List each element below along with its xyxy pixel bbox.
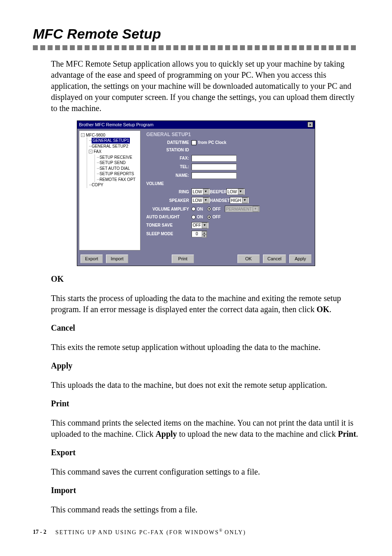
footer-chapter: SETTING UP AND USING PC-FAX (FOR WINDOWS… [55,528,246,537]
titlebar: Brother MFC Remote Setup Program × [77,121,315,129]
ok-paragraph: This starts the process of uploading the… [51,293,359,315]
app-window: Brother MFC Remote Setup Program × -MFC-… [77,120,315,266]
cancel-heading: Cancel [51,322,359,334]
ok-heading: OK [51,273,359,285]
ok-button[interactable]: OK [238,255,260,263]
tree-label: GENERAL SETUP1 [92,138,130,144]
tree-label: SETUP RECEIVE [99,155,132,160]
handset-label: HANDSET [210,198,230,204]
apply-heading: Apply [51,360,359,371]
chevron-down-icon: ▼ [238,189,244,195]
export-button[interactable]: Export [81,255,103,263]
toner-save-label: TONER SAVE [146,222,191,228]
daylight-off-radio[interactable] [207,215,211,219]
print-button[interactable]: Print [172,255,194,263]
tree-fax-remote[interactable]: REMOTE FAX OPT [97,177,139,183]
off-label: OFF [212,206,221,212]
permanent-select: PERMANENT▼ [225,206,260,212]
fax-input[interactable] [191,155,237,162]
cancel-paragraph: This exits the remote setup application … [51,342,359,353]
panel-heading: GENERAL SETUP1 [146,131,311,138]
sleep-value: 0 [192,231,202,237]
close-icon[interactable]: × [307,122,313,127]
auto-daylight-label: AUTO DAYLIGHT [146,214,191,220]
tree-copy[interactable]: COPY [89,182,139,188]
intro-paragraph: The MFC Remote Setup application allows … [51,58,359,114]
tree-fax-send[interactable]: SETUP SEND [97,160,139,166]
tree-label: REMOTE FAX OPT [99,177,136,183]
section-divider [33,45,359,50]
registered-symbol: ® [219,528,222,533]
chevron-down-icon: ▼ [203,189,209,195]
on-label: ON [197,206,203,212]
tree-label: FAX [94,149,101,155]
off-label: OFF [212,214,221,220]
print-heading: Print [51,398,359,409]
tree-pane[interactable]: -MFC-9800 GENERAL SETUP1 GENERAL SETUP2 … [79,130,141,250]
tree-label: GENERAL SETUP2 [92,144,128,149]
ring-value: LOW [193,189,202,195]
import-paragraph: This command reads the settings from a f… [51,504,359,515]
toner-value: OFF [193,222,201,228]
beeper-label: BEEPER [210,189,226,195]
sleep-mode-spinner[interactable]: 0 ▲▼ [191,231,207,237]
text: . [356,429,358,438]
date-time-label: DATE/TIME [146,140,191,146]
pc-clock-checkbox[interactable] [191,140,196,145]
daylight-on-radio[interactable] [191,215,196,219]
chevron-down-icon: ▼ [242,197,248,203]
vol-amp-off-radio[interactable] [207,207,211,211]
tree-fax-autodial[interactable]: SET AUTO DIAL [97,166,139,171]
toner-save-select[interactable]: OFF▼ [191,222,209,229]
permanent-value: PERMANENT [226,206,252,212]
text: . [330,305,332,314]
import-button[interactable]: Import [106,255,128,263]
tree-fax-receive[interactable]: SETUP RECEIVE [97,155,139,160]
tree-fax-reports[interactable]: SETUP REPORTS [97,171,139,177]
fax-label: FAX: [146,155,191,161]
vol-amp-on-radio[interactable] [191,207,196,211]
speaker-label: SPEAKER [146,198,191,204]
tree-label: SETUP REPORTS [99,171,134,177]
speaker-value: LOW [193,198,202,204]
chevron-down-icon: ▼ [202,222,208,228]
sleep-mode-label: SLEEP MODE [146,231,191,237]
bold-ok: OK [316,305,329,314]
export-paragraph: This command saves the current configura… [51,466,359,477]
handset-value: HIGH [231,198,241,204]
tree-general1[interactable]: GENERAL SETUP1 [89,138,139,144]
import-heading: Import [51,485,359,496]
beeper-select[interactable]: LOW▼ [226,188,245,195]
page-number: 17 - 2 [33,528,46,536]
export-heading: Export [51,447,359,458]
settings-pane: GENERAL SETUP1 DATE/TIME from PC Clock S… [142,129,315,252]
speaker-select[interactable]: LOW▼ [191,197,210,204]
chevron-down-icon: ▼ [203,197,209,203]
footer-text: SETTING UP AND USING PC-FAX (FOR WINDOWS [55,529,219,535]
spinner-up-icon[interactable]: ▲ [202,231,207,234]
tel-input[interactable] [191,164,237,170]
tree-label: SET AUTO DIAL [99,166,130,171]
station-id-label: STATION ID [146,147,191,153]
window-title: Brother MFC Remote Setup Program [79,122,154,128]
apply-paragraph: This uploads the data to the machine, bu… [51,380,359,391]
tree-label: SETUP SEND [99,160,126,166]
chevron-down-icon: ▼ [253,206,258,212]
tel-label: TEL: [146,164,191,170]
name-input[interactable] [191,172,237,179]
on-label: ON [197,214,203,220]
bold-print: Print [338,429,356,438]
page-title: MFC Remote Setup [33,25,359,44]
apply-button[interactable]: Apply [289,255,311,263]
tree-fax[interactable]: -FAX [89,149,139,155]
button-bar: Export Import Print OK Cancel Apply [77,252,315,266]
handset-select[interactable]: HIGH▼ [230,197,249,204]
bold-apply: Apply [155,429,177,438]
tree-root-item[interactable]: -MFC-9800 [81,132,139,138]
print-paragraph: This command prints the selected items o… [51,417,359,440]
ring-select[interactable]: LOW▼ [191,188,210,195]
spinner-down-icon[interactable]: ▼ [202,234,207,238]
tree-general2[interactable]: GENERAL SETUP2 [89,144,139,149]
cancel-button[interactable]: Cancel [263,255,286,263]
pc-clock-label: from PC Clock [198,140,226,146]
